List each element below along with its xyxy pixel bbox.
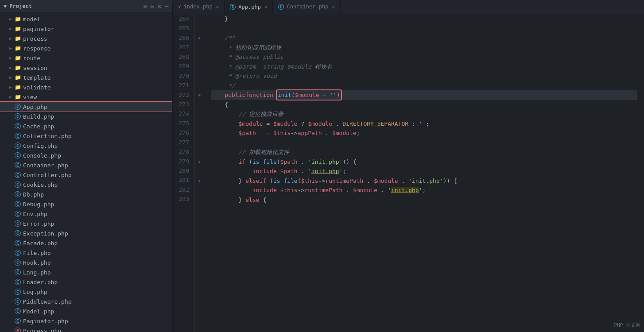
tab-close-button[interactable]: ✕: [264, 4, 268, 10]
sidebar-item-Config-php[interactable]: CConfig.php: [0, 141, 172, 151]
file-label: Loader.php: [23, 279, 58, 286]
code-line-274: // 定位模块目录: [211, 109, 637, 119]
project-icon: ▼: [4, 3, 7, 9]
file-label: Exception.php: [23, 230, 68, 237]
file-type-icon: E: [14, 327, 21, 332]
tab-App-php[interactable]: CApp.php✕: [225, 0, 273, 14]
php-c-icon: C: [15, 123, 21, 129]
sidebar-item-Cache-php[interactable]: CCache.php: [0, 121, 172, 131]
file-label: response: [23, 45, 51, 52]
folder-icon: 📁: [15, 74, 21, 81]
file-type-icon: 📁: [14, 74, 21, 81]
file-label: Process.php: [23, 328, 61, 332]
line-number-280: 280: [176, 166, 189, 175]
line-number-264: 264: [176, 14, 189, 23]
tree-arrow-icon: [7, 288, 14, 295]
sidebar-item-Lang-php[interactable]: CLang.php: [0, 267, 172, 277]
line-number-271: 271: [176, 81, 189, 90]
tab-index-php[interactable]: ⚡index.php✕: [173, 0, 225, 14]
sidebar-item-template[interactable]: ▶📁template: [0, 73, 172, 82]
line-number-279: 279: [176, 157, 189, 166]
tree-arrow-icon: [7, 308, 14, 315]
sidebar-item-model[interactable]: ▶📁model: [0, 14, 172, 24]
settings-icon[interactable]: ⚙: [158, 3, 161, 10]
sidebar-item-Process-php[interactable]: EProcess.php: [0, 326, 172, 332]
sidebar-item-Exception-php[interactable]: CException.php: [0, 228, 172, 238]
sidebar-item-Env-php[interactable]: CEnv.php: [0, 209, 172, 219]
sidebar-item-Hook-php[interactable]: CHook.php: [0, 258, 172, 267]
sidebar-item-Log-php[interactable]: CLog.php: [0, 287, 172, 297]
file-type-icon: C: [14, 152, 21, 159]
file-type-icon: 📁: [14, 84, 21, 91]
file-label: Lang.php: [23, 269, 51, 276]
php-c-icon: C: [15, 298, 21, 305]
sidebar-item-route[interactable]: ▶📁route: [0, 53, 172, 63]
sidebar-item-response[interactable]: ▶📁response: [0, 43, 172, 53]
file-label: Env.php: [23, 211, 47, 217]
sidebar-item-Facade-php[interactable]: CFacade.php: [0, 238, 172, 248]
sidebar-item-File-php[interactable]: CFile.php: [0, 248, 172, 258]
sidebar-item-App-php[interactable]: CApp.php: [0, 102, 172, 112]
tree-arrow-icon: [7, 123, 14, 130]
sidebar-item-process[interactable]: ▶📁process: [0, 34, 172, 43]
sidebar-item-Collection-php[interactable]: CCollection.php: [0, 131, 172, 141]
php-c-icon: C: [15, 279, 21, 285]
gutter-diamond-icon: ◆: [198, 159, 201, 164]
gutter-diamond-icon: ◆: [198, 178, 201, 183]
sidebar-item-session[interactable]: ▶📁session: [0, 63, 172, 73]
sidebar-item-Db-php[interactable]: CDb.php: [0, 189, 172, 199]
php-c-icon: C: [15, 289, 21, 295]
code-view[interactable]: 2642652662672682692702712722732742752762…: [173, 14, 644, 332]
tab-close-button[interactable]: ✕: [332, 4, 335, 10]
sidebar-item-Build-php[interactable]: CBuild.php: [0, 112, 172, 121]
file-type-icon: C: [14, 317, 21, 324]
sidebar-item-Console-php[interactable]: CConsole.php: [0, 151, 172, 160]
tree-arrow-icon: [7, 249, 14, 256]
php-c-icon: C: [15, 230, 21, 236]
file-label: model: [23, 16, 40, 23]
tree-arrow-icon: [7, 103, 14, 110]
tab-php-icon: ⚡: [178, 4, 181, 10]
file-label: Controller.php: [23, 172, 72, 178]
php-c-icon: C: [15, 162, 21, 168]
code-line-279: if (is_file($path . 'init.php')) {: [211, 157, 637, 167]
file-type-icon: C: [14, 249, 21, 256]
tab-close-button[interactable]: ✕: [216, 4, 219, 10]
file-label: Error.php: [23, 220, 54, 227]
collapse-icon[interactable]: ⊟: [151, 3, 154, 10]
code-line-272: public function init($module = ''): [211, 90, 637, 100]
gutter-diamond-icon: ◆: [198, 35, 201, 40]
gutter: ◆◆◆◆: [195, 14, 204, 332]
sidebar-item-paginator[interactable]: ▶📁paginator: [0, 24, 172, 34]
sidebar-header: ▼ Project ⊕ ⊟ ⚙ −: [0, 0, 172, 12]
sidebar-item-validate[interactable]: ▶📁validate: [0, 82, 172, 92]
php-c-icon: C: [15, 240, 21, 246]
file-label: Debug.php: [23, 201, 54, 208]
file-label: Db.php: [23, 191, 44, 198]
sidebar-item-Middleware-php[interactable]: CMiddleware.php: [0, 297, 172, 306]
sidebar-item-Container-php[interactable]: CContainer.php: [0, 160, 172, 170]
tree-arrow-icon: [7, 269, 14, 276]
sidebar-item-Error-php[interactable]: CError.php: [0, 219, 172, 228]
minimize-icon[interactable]: −: [165, 3, 169, 10]
file-label: Cookie.php: [23, 181, 58, 188]
new-file-icon[interactable]: ⊕: [143, 3, 147, 10]
tab-Container-php[interactable]: CContainer.php✕: [273, 0, 341, 14]
sidebar-item-Cookie-php[interactable]: CCookie.php: [0, 180, 172, 189]
file-label: view: [23, 94, 37, 100]
php-c-icon: C: [15, 318, 21, 324]
sidebar-item-view[interactable]: ▶📁view: [0, 92, 172, 102]
line-number-276: 276: [176, 128, 189, 137]
sidebar-item-Controller-php[interactable]: CController.php: [0, 170, 172, 180]
file-label: Console.php: [23, 152, 61, 159]
file-label: App.php: [23, 104, 47, 110]
line-number-281: 281: [176, 175, 189, 185]
file-type-icon: 📁: [14, 45, 21, 52]
sidebar-item-Model-php[interactable]: CModel.php: [0, 306, 172, 316]
sidebar-item-Loader-php[interactable]: CLoader.php: [0, 277, 172, 287]
sidebar-item-Debug-php[interactable]: CDebug.php: [0, 199, 172, 209]
file-label: validate: [23, 84, 51, 91]
file-type-icon: C: [14, 171, 21, 178]
sidebar-item-Paginator-php[interactable]: CPaginator.php: [0, 316, 172, 326]
tree-arrow-icon: ▶: [7, 35, 14, 42]
